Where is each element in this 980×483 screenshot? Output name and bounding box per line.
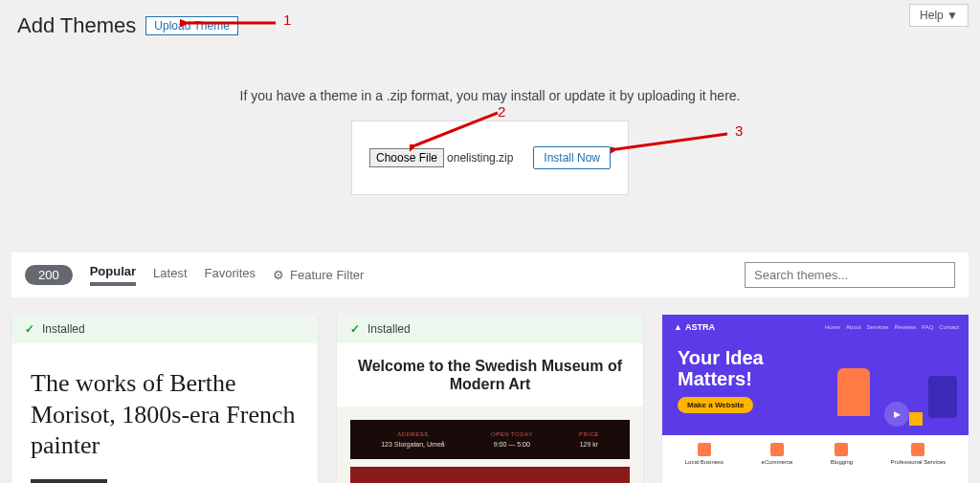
theme-preview: ▲ASTRA HomeAboutServicesReviewsFAQContac…	[662, 315, 969, 472]
preview-nav: HomeAboutServicesReviewsFAQContact	[825, 324, 959, 330]
theme-card[interactable]: ✓ Installed Welcome to the Swedish Museu…	[337, 315, 643, 483]
upload-panel: Choose File onelisting.zip Install Now	[351, 121, 629, 195]
info-value: 129 kr	[579, 441, 599, 448]
tab-label: eCommerce	[762, 459, 793, 465]
annotation-number: 2	[498, 103, 505, 120]
preview-tabs: Local Business eCommerce Blogging Profes…	[662, 435, 969, 472]
theme-filter-bar: 200 Popular Latest Favorites ⚙ Feature F…	[11, 252, 969, 297]
check-icon: ✓	[25, 322, 34, 336]
tab-popular[interactable]: Popular	[90, 264, 136, 286]
page-header: Add Themes Upload Theme	[0, 0, 980, 52]
nav-item: Reviews	[895, 324, 917, 330]
nav-item: Home	[825, 324, 840, 330]
preview-tab: Local Business	[685, 443, 724, 465]
install-now-button[interactable]: Install Now	[533, 146, 611, 169]
annotation-number: 3	[735, 122, 743, 139]
nav-item: Contact	[939, 324, 959, 330]
gear-icon: ⚙	[273, 268, 284, 282]
tab-icon	[770, 443, 784, 456]
preview-tab: Professional Services	[891, 443, 947, 465]
play-icon: ▶	[884, 402, 909, 427]
info-value: 9:00 — 5:00	[491, 441, 533, 448]
theme-count-badge: 200	[25, 265, 73, 285]
tab-icon	[911, 443, 924, 456]
preview-divider	[31, 479, 107, 483]
info-label: OPEN TODAY	[491, 431, 533, 437]
installed-badge: ✓ Installed	[337, 315, 643, 343]
tab-favorites[interactable]: Favorites	[205, 266, 256, 284]
theme-card[interactable]: ▲ASTRA HomeAboutServicesReviewsFAQContac…	[662, 315, 969, 483]
tab-icon	[698, 443, 711, 456]
info-value: 123 Storgatan, Umeå	[381, 441, 445, 448]
shape-icon	[909, 412, 923, 426]
tab-feature-filter[interactable]: ⚙ Feature Filter	[273, 268, 364, 282]
file-input-group: Choose File onelisting.zip	[369, 148, 513, 167]
hero-cta: Make a Website	[678, 397, 753, 413]
choose-file-button[interactable]: Choose File	[369, 148, 444, 167]
tab-label: Professional Services	[891, 459, 947, 465]
feature-filter-label: Feature Filter	[290, 268, 364, 282]
preview-tab: Blogging	[831, 443, 853, 465]
preview-headline: The works of Berthe Morisot, 1800s-era F…	[31, 368, 299, 462]
themes-grid: ✓ Installed The works of Berthe Morisot,…	[0, 297, 980, 483]
selected-file-name: onelisting.zip	[447, 151, 513, 165]
upload-theme-button[interactable]: Upload Theme	[145, 16, 238, 35]
tab-latest[interactable]: Latest	[153, 266, 187, 284]
tab-icon	[835, 443, 848, 456]
nav-item: FAQ	[922, 324, 933, 330]
installed-label: Installed	[368, 322, 411, 336]
preview-tab: eCommerce	[762, 443, 793, 465]
shape-icon	[837, 368, 870, 416]
nav-item: About	[846, 324, 861, 330]
info-label: PRICE	[579, 431, 599, 437]
installed-label: Installed	[42, 322, 85, 336]
preview-image	[350, 467, 630, 483]
info-col: ADDRESS123 Storgatan, Umeå	[381, 431, 445, 448]
check-icon: ✓	[350, 322, 360, 336]
theme-preview: Welcome to the Swedish Museum of Modern …	[337, 343, 643, 483]
upload-instruction: If you have a theme in a .zip format, yo…	[0, 88, 980, 103]
svg-line-5	[616, 134, 727, 149]
tab-label: Blogging	[831, 459, 853, 465]
annotation-arrow	[611, 126, 735, 155]
help-dropdown[interactable]: Help ▼	[909, 4, 969, 27]
info-col: OPEN TODAY9:00 — 5:00	[491, 431, 533, 448]
theme-card[interactable]: ✓ Installed The works of Berthe Morisot,…	[11, 315, 318, 483]
shape-icon	[928, 376, 957, 418]
search-input[interactable]	[745, 262, 955, 288]
tab-label: Local Business	[685, 459, 724, 465]
installed-badge: ✓ Installed	[11, 315, 318, 343]
preview-logo: ▲ASTRA	[674, 322, 715, 332]
logo-icon: ▲	[674, 322, 682, 332]
preview-illustration: ▶	[833, 349, 957, 426]
page-title: Add Themes	[17, 13, 136, 38]
nav-item: Services	[867, 324, 889, 330]
theme-preview: The works of Berthe Morisot, 1800s-era F…	[11, 343, 318, 483]
preview-headline: Welcome to the Swedish Museum of Modern …	[337, 343, 643, 406]
logo-text: ASTRA	[685, 322, 715, 332]
info-label: ADDRESS	[381, 431, 445, 437]
preview-info-box: ADDRESS123 Storgatan, Umeå OPEN TODAY9:0…	[350, 420, 630, 459]
info-col: PRICE129 kr	[579, 431, 599, 448]
